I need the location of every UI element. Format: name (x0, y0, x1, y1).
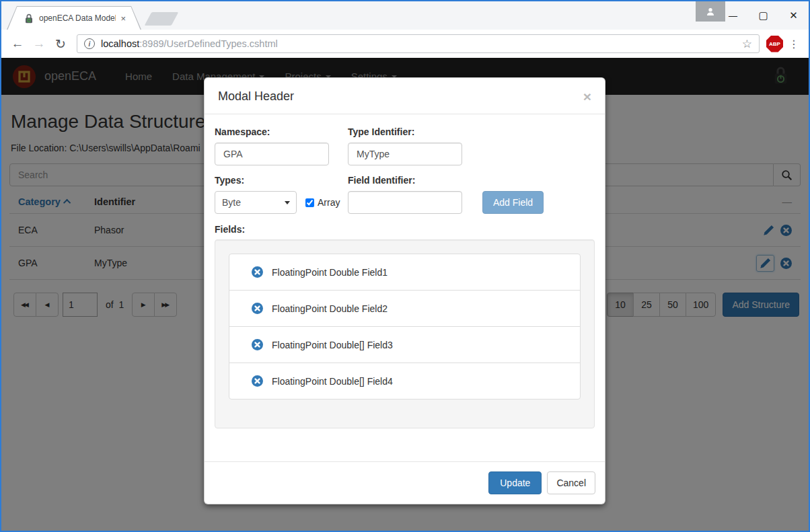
cancel-button[interactable]: Cancel (547, 471, 595, 494)
browser-toolbar: ← → ↻ i localhost:8989/UserDefinedTypes.… (1, 30, 809, 58)
field-list-item: FloatingPoint Double Field2 (229, 290, 581, 327)
new-tab-button[interactable] (145, 12, 179, 26)
field-label: FloatingPoint Double[] Field3 (272, 340, 393, 350)
browser-window: openECA Data Modeling × — ▢ ✕ ← → ↻ i lo… (0, 0, 810, 532)
add-field-button[interactable]: Add Field (482, 191, 544, 214)
url-bar[interactable]: i localhost:8989/UserDefinedTypes.cshtml… (77, 34, 760, 53)
field-label: FloatingPoint Double Field2 (272, 303, 388, 314)
url-path: :8989/UserDefinedTypes.cshtml (139, 38, 278, 49)
type-identifier-label: Type Identifier: (348, 126, 482, 137)
field-label: FloatingPoint Double[] Field4 (272, 376, 393, 387)
array-label: Array (318, 197, 340, 208)
field-list: FloatingPoint Double Field1 FloatingPoin… (229, 254, 581, 400)
edit-structure-modal: Modal Header × Namespace: Type Identifie… (204, 77, 605, 504)
modal-header: Modal Header × (205, 78, 605, 114)
fields-well: FloatingPoint Double Field1 FloatingPoin… (215, 239, 595, 428)
field-list-item: FloatingPoint Double Field1 (229, 254, 581, 291)
forward-icon[interactable]: → (30, 36, 48, 51)
close-button[interactable]: ✕ (778, 1, 809, 30)
reload-icon[interactable]: ↻ (51, 36, 70, 52)
browser-titlebar: openECA Data Modeling × — ▢ ✕ (1, 1, 809, 30)
window-controls: — ▢ ✕ (718, 1, 809, 30)
array-checkbox[interactable] (305, 198, 314, 207)
url-host: localhost (101, 38, 139, 49)
array-group: Array (305, 191, 340, 214)
minimize-button[interactable]: — (718, 1, 748, 30)
modal-footer: Update Cancel (205, 461, 605, 504)
field-label: FloatingPoint Double Field1 (272, 267, 388, 278)
type-identifier-input[interactable] (348, 143, 462, 165)
maximize-button[interactable]: ▢ (748, 1, 778, 30)
person-icon (705, 6, 716, 17)
fields-label: Fields: (215, 224, 595, 235)
modal-title: Modal Header (218, 89, 294, 104)
modal-close-icon[interactable]: × (583, 89, 591, 104)
namespace-input[interactable] (215, 143, 329, 165)
page-viewport: openECA Home Data Management Projects Se… (1, 58, 809, 531)
remove-field-icon[interactable] (252, 303, 263, 314)
type-select[interactable]: Byte (215, 191, 297, 214)
remove-field-icon[interactable] (252, 375, 263, 387)
update-button[interactable]: Update (488, 471, 542, 494)
back-icon[interactable]: ← (8, 36, 27, 51)
remove-field-icon[interactable] (252, 339, 263, 350)
field-list-item: FloatingPoint Double[] Field3 (229, 326, 581, 363)
field-identifier-label: Field Identifier: (348, 175, 482, 186)
tab-title: openECA Data Modeling (39, 13, 116, 23)
browser-tab[interactable]: openECA Data Modeling × (7, 6, 141, 30)
favicon-lock-icon (24, 13, 34, 24)
page-info-icon[interactable]: i (84, 38, 95, 49)
adblock-extension-icon[interactable]: ABP (766, 36, 783, 52)
field-list-item: FloatingPoint Double[] Field4 (229, 363, 581, 400)
remove-field-icon[interactable] (252, 266, 263, 278)
bookmark-star-icon[interactable]: ☆ (742, 37, 752, 51)
type-select-wrap: Byte (215, 191, 297, 214)
types-label: Types: (215, 175, 348, 186)
tab-close-icon[interactable]: × (120, 14, 126, 23)
field-identifier-input[interactable] (348, 191, 462, 214)
modal-body: Namespace: Type Identifier: Types: Field… (205, 114, 605, 461)
browser-menu-icon[interactable]: ⋮ (786, 38, 802, 50)
url-text: localhost:8989/UserDefinedTypes.cshtml (101, 38, 736, 49)
namespace-label: Namespace: (215, 126, 348, 137)
